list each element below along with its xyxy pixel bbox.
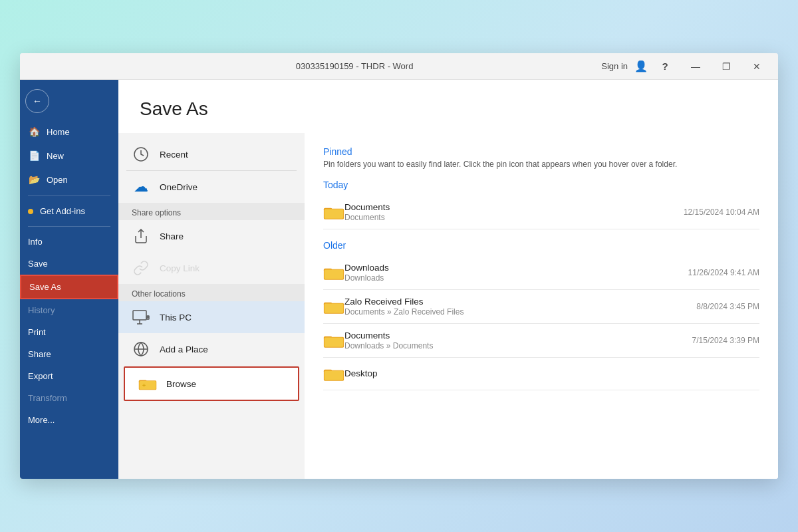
sidebar-label-saveas: Save As: [29, 282, 61, 292]
main-content: ← 🏠 Home 📄 New 📂 Open Get Add-ins I: [20, 80, 778, 479]
folder-icon: [323, 297, 344, 316]
location-browse-label: Browse: [166, 379, 196, 389]
sidebar-label-history: History: [28, 305, 55, 315]
locations-panel: Recent ☁ OneDrive Share options: [118, 133, 305, 479]
folder-icon: [323, 331, 344, 350]
sidebar-label-share: Share: [28, 349, 51, 359]
folder-icon: [323, 263, 344, 282]
clock-icon: [132, 145, 150, 164]
folder-info: Downloads Downloads: [344, 263, 680, 283]
folder-name: Zalo Received Files: [344, 297, 688, 307]
sidebar-label-transform: Transform: [28, 393, 67, 403]
sidebar-label-addins: Get Add-ins: [40, 206, 85, 216]
sidebar-item-print[interactable]: Print: [20, 321, 118, 343]
folder-row[interactable]: Documents Downloads » Documents 7/15/202…: [323, 324, 759, 358]
folder-date: 12/15/2024 10:04 AM: [684, 207, 759, 217]
folder-row[interactable]: Downloads Downloads 11/26/2024 9:41 AM: [323, 256, 759, 290]
sidebar-label-more: More...: [28, 415, 55, 425]
sidebar-label-new: New: [47, 151, 64, 161]
svg-rect-2: [133, 311, 146, 320]
back-icon: ←: [33, 96, 42, 106]
folder-row[interactable]: Zalo Received Files Documents » Zalo Rec…: [323, 290, 759, 324]
location-share-label: Share: [160, 231, 184, 241]
location-recent-label: Recent: [160, 150, 188, 160]
sidebar-item-addins[interactable]: Get Add-ins: [20, 200, 118, 222]
main-panel: Save As Recent: [118, 80, 778, 479]
sidebar-item-share[interactable]: Share: [20, 343, 118, 365]
location-this-pc[interactable]: This PC: [118, 301, 305, 333]
link-icon: [132, 259, 150, 277]
folder-path: Downloads » Documents: [344, 341, 684, 350]
folder-name: Documents: [344, 331, 684, 340]
folder-name: Documents: [344, 202, 676, 212]
svg-rect-11: [140, 381, 156, 389]
onedrive-icon: ☁: [132, 178, 150, 196]
folder-name: Desktop: [344, 368, 751, 378]
folder-date: 7/15/2024 3:39 PM: [692, 336, 759, 345]
folder-date: 11/26/2024 9:41 AM: [688, 268, 759, 277]
sidebar-item-new[interactable]: 📄 New: [20, 144, 118, 168]
window-title: 030335190159 - THDR - Word: [296, 61, 414, 71]
sidebar-label-export: Export: [28, 371, 53, 381]
two-col-layout: Recent ☁ OneDrive Share options: [118, 133, 778, 479]
pinned-heading: Pinned: [323, 146, 759, 157]
title-bar-center: 030335190159 - THDR - Word: [296, 61, 414, 71]
share-options-label: Share options: [118, 203, 305, 220]
sidebar-label-home: Home: [47, 127, 70, 137]
help-button[interactable]: ?: [652, 57, 678, 76]
location-share[interactable]: Share: [118, 220, 305, 252]
word-window: 030335190159 - THDR - Word Sign in 👤 ? —…: [20, 53, 778, 479]
folder-path: Documents » Zalo Received Files: [344, 307, 688, 317]
svg-rect-25: [325, 338, 343, 347]
person-icon[interactable]: 👤: [634, 60, 648, 72]
new-icon: 📄: [28, 150, 40, 162]
today-label: Today: [323, 180, 759, 190]
location-copy-link-label: Copy Link: [160, 263, 200, 273]
pinned-subtext: Pin folders you want to easily find late…: [323, 160, 759, 169]
folder-path: Downloads: [344, 273, 680, 283]
sidebar-item-save[interactable]: Save: [20, 253, 118, 275]
sidebar-item-history: History: [20, 299, 118, 321]
sidebar-item-home[interactable]: 🏠 Home: [20, 120, 118, 144]
sidebar-item-open[interactable]: 📂 Open: [20, 168, 118, 192]
sidebar-label-save: Save: [28, 259, 48, 269]
location-add-place[interactable]: Add a Place: [118, 333, 305, 365]
sign-in-label[interactable]: Sign in: [601, 61, 628, 71]
location-this-pc-label: This PC: [160, 313, 192, 323]
folder-row[interactable]: Desktop: [323, 358, 759, 390]
sidebar-item-export[interactable]: Export: [20, 365, 118, 387]
sidebar-label-print: Print: [28, 327, 46, 337]
sidebar-item-more[interactable]: More...: [20, 409, 118, 431]
title-bar-right: Sign in 👤 ? — ❐ ✕: [601, 57, 770, 76]
sidebar-label-info: Info: [28, 237, 43, 247]
svg-rect-22: [325, 304, 343, 313]
folder-date: 8/8/2024 3:45 PM: [696, 302, 759, 311]
location-onedrive-label: OneDrive: [160, 182, 198, 192]
folders-panel: Pinned Pin folders you want to easily fi…: [305, 133, 778, 479]
addins-dot: [28, 209, 33, 214]
minimize-button[interactable]: —: [682, 57, 709, 76]
location-browse[interactable]: Browse: [124, 366, 299, 401]
back-button[interactable]: ←: [25, 89, 49, 113]
sidebar-label-open: Open: [47, 175, 68, 185]
folder-icon: [323, 364, 344, 383]
open-icon: 📂: [28, 174, 40, 186]
folder-info: Zalo Received Files Documents » Zalo Rec…: [344, 297, 688, 317]
folder-icon: [323, 203, 344, 221]
folder-name: Downloads: [344, 263, 680, 273]
folder-row[interactable]: Documents Documents 12/15/2024 10:04 AM: [323, 196, 759, 229]
restore-button[interactable]: ❐: [713, 57, 739, 76]
location-copy-link: Copy Link: [118, 252, 305, 284]
location-onedrive[interactable]: ☁ OneDrive: [118, 171, 305, 203]
sidebar-item-saveas[interactable]: Save As: [20, 275, 118, 299]
close-button[interactable]: ✕: [743, 57, 770, 76]
folder-info: Documents Documents: [344, 202, 676, 222]
sidebar-item-info[interactable]: Info: [20, 231, 118, 253]
home-icon: 🏠: [28, 126, 40, 138]
location-recent[interactable]: Recent: [118, 138, 305, 170]
sidebar-divider-2: [28, 226, 110, 227]
other-locations-label: Other locations: [118, 284, 305, 301]
browse-folder-icon: [138, 374, 157, 393]
folder-path: Documents: [344, 213, 676, 222]
folder-info: Documents Downloads » Documents: [344, 331, 684, 350]
